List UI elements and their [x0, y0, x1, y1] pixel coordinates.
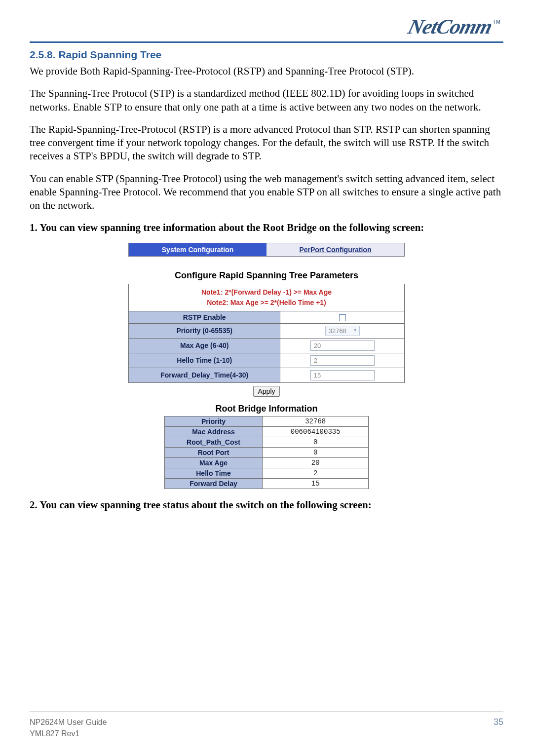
brand-logo: NetComm	[406, 15, 495, 38]
root-label-priority: Priority	[164, 416, 262, 426]
root-label-path-cost: Root_Path_Cost	[164, 437, 262, 447]
row-rstp-enable: RSTP Enable	[129, 311, 405, 323]
configure-parameters-title: Configure Rapid Spanning Tree Parameters	[128, 270, 405, 281]
section-heading: 2.5.8. Rapid Spanning Tree	[30, 49, 503, 61]
root-label-mac: Mac Address	[164, 426, 262, 437]
tab-system-configuration[interactable]: System Configuration	[129, 243, 266, 256]
root-value-hello-time: 2	[263, 468, 369, 478]
header-divider	[30, 41, 503, 43]
input-forward-delay[interactable]: 15	[310, 370, 375, 380]
footer-guide-title: NP2624M User Guide	[30, 717, 107, 728]
page-number: 35	[494, 717, 503, 739]
root-label-hello-time: Hello Time	[164, 468, 262, 478]
checkbox-rstp-enable[interactable]	[339, 314, 346, 321]
root-value-priority: 32768	[263, 416, 369, 426]
label-priority: Priority (0-65535)	[129, 323, 280, 338]
intro-paragraph-3: The Rapid-Spanning-Tree-Protocol (RSTP) …	[30, 123, 503, 163]
root-bridge-table: Priority32768 Mac Address006064100335 Ro…	[164, 416, 369, 489]
label-hello-time: Hello Time (1-10)	[129, 353, 280, 368]
header-logo-wrap: NetCommTM	[30, 15, 503, 38]
label-forward-delay: Forward_Delay_Time(4-30)	[129, 368, 280, 382]
root-value-mac: 006064100335	[263, 426, 369, 437]
root-label-forward-delay: Forward Delay	[164, 478, 262, 489]
label-max-age: Max Age (6-40)	[129, 338, 280, 353]
root-label-max-age: Max Age	[164, 457, 262, 468]
root-value-path-cost: 0	[263, 437, 369, 447]
label-rstp-enable: RSTP Enable	[129, 311, 280, 323]
row-max-age: Max Age (6-40) 20	[129, 338, 405, 353]
root-value-root-port: 0	[263, 447, 369, 457]
intro-paragraph-4: You can enable STP (Spanning-Tree Protoc…	[30, 172, 503, 213]
parameter-notes: Note1: 2*(Forward Delay -1) >= Max Age N…	[129, 284, 405, 311]
row-hello-time: Hello Time (1-10) 2	[129, 353, 405, 368]
note-1: Note1: 2*(Forward Delay -1) >= Max Age	[201, 288, 332, 296]
trademark-symbol: TM	[493, 19, 500, 25]
input-max-age[interactable]: 20	[310, 340, 375, 351]
root-label-root-port: Root Port	[164, 447, 262, 457]
rstp-config-screenshot: System Configuration PerPort Configurati…	[128, 243, 405, 489]
root-bridge-title: Root Bridge Information	[128, 404, 405, 414]
apply-button[interactable]: Apply	[253, 386, 279, 397]
step-1-heading: 1. You can view spanning tree informatio…	[30, 222, 503, 234]
note-2: Note2: Max Age >= 2*(Hello Time +1)	[207, 299, 326, 306]
page-footer: NP2624M User Guide YML827 Rev1 35	[30, 712, 503, 739]
row-priority: Priority (0-65535) 32768▾	[129, 323, 405, 338]
tab-perport-configuration[interactable]: PerPort Configuration	[266, 243, 404, 256]
config-tabs: System Configuration PerPort Configurati…	[128, 243, 405, 257]
root-value-max-age: 20	[263, 457, 369, 468]
select-priority[interactable]: 32768▾	[325, 326, 360, 336]
rstp-parameters-table: Note1: 2*(Forward Delay -1) >= Max Age N…	[128, 284, 405, 383]
intro-paragraph-2: The Spanning-Tree Protocol (STP) is a st…	[30, 87, 503, 114]
intro-paragraph-1: We provide Both Rapid-Spanning-Tree-Prot…	[30, 65, 503, 78]
row-forward-delay: Forward_Delay_Time(4-30) 15	[129, 368, 405, 382]
input-hello-time[interactable]: 2	[310, 355, 375, 366]
chevron-down-icon: ▾	[354, 327, 356, 333]
root-value-forward-delay: 15	[263, 478, 369, 489]
step-2-heading: 2. You can view spanning tree status abo…	[30, 499, 503, 511]
footer-revision: YML827 Rev1	[30, 728, 107, 739]
